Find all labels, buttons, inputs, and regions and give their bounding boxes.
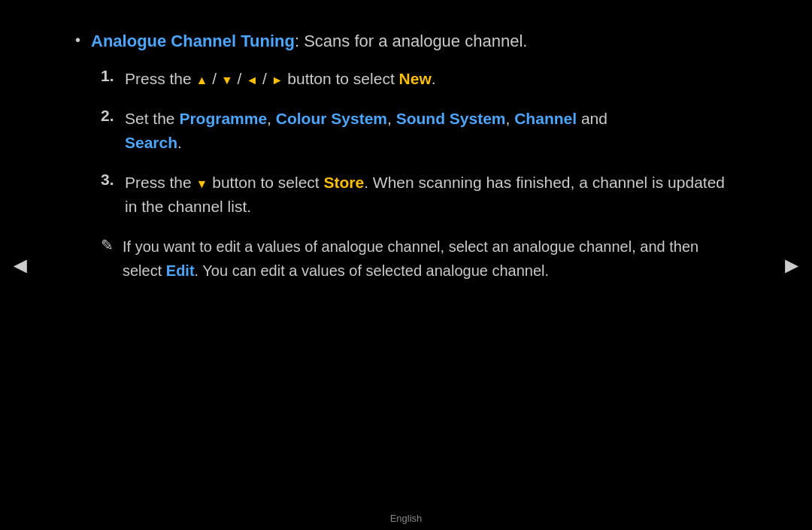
step-2-text: Set the Programme, Colour System, Sound … bbox=[125, 107, 607, 154]
programme-label: Programme bbox=[179, 110, 267, 127]
store-label: Store bbox=[324, 174, 365, 191]
note-text: If you want to edit a values of analogue… bbox=[123, 235, 737, 283]
step-1-text: Press the ▲ / ▼ / ◄ / ► button to select… bbox=[125, 67, 436, 91]
sound-system-label: Sound System bbox=[396, 110, 506, 127]
bullet-header-description: : Scans for a analogue channel. bbox=[295, 32, 527, 50]
bullet-dot: • bbox=[75, 32, 80, 49]
step-1: 1. Press the ▲ / ▼ / ◄ / ► button to sel… bbox=[101, 67, 737, 91]
arrow-left-icon: ◄ bbox=[246, 74, 258, 86]
step-3: 3. Press the ▼ button to select Store. W… bbox=[101, 171, 737, 218]
arrow-right-icon: ► bbox=[271, 74, 283, 86]
main-content: • Analogue Channel Tuning: Scans for a a… bbox=[0, 0, 812, 507]
content-area: • Analogue Channel Tuning: Scans for a a… bbox=[60, 30, 752, 298]
step-3-arrow-down-icon: ▼ bbox=[196, 177, 208, 190]
footer-language: English bbox=[390, 513, 423, 524]
arrow-up-icon: ▲ bbox=[196, 74, 208, 86]
footer: English bbox=[0, 513, 812, 524]
arrow-down-icon: ▼ bbox=[221, 74, 233, 86]
colour-system-label: Colour System bbox=[276, 110, 387, 127]
note-icon: ✎ bbox=[101, 236, 114, 254]
edit-label: Edit bbox=[166, 262, 195, 279]
step-1-number: 1. bbox=[101, 67, 125, 85]
step-3-text: Press the ▼ button to select Store. When… bbox=[125, 171, 737, 218]
steps-container: 1. Press the ▲ / ▼ / ◄ / ► button to sel… bbox=[101, 67, 737, 219]
step-1-highlight: New bbox=[399, 70, 432, 87]
bullet-header-text: Analogue Channel Tuning: Scans for a ana… bbox=[91, 30, 527, 53]
channel-label: Channel bbox=[514, 110, 577, 127]
bullet-header: • Analogue Channel Tuning: Scans for a a… bbox=[75, 30, 737, 53]
note-section: ✎ If you want to edit a values of analog… bbox=[101, 235, 737, 283]
step-3-number: 3. bbox=[101, 171, 125, 189]
bullet-section: • Analogue Channel Tuning: Scans for a a… bbox=[75, 30, 737, 283]
analogue-channel-tuning-label: Analogue Channel Tuning bbox=[91, 32, 295, 50]
search-label: Search bbox=[125, 134, 177, 151]
step-2-number: 2. bbox=[101, 107, 125, 125]
step-2: 2. Set the Programme, Colour System, Sou… bbox=[101, 107, 737, 154]
